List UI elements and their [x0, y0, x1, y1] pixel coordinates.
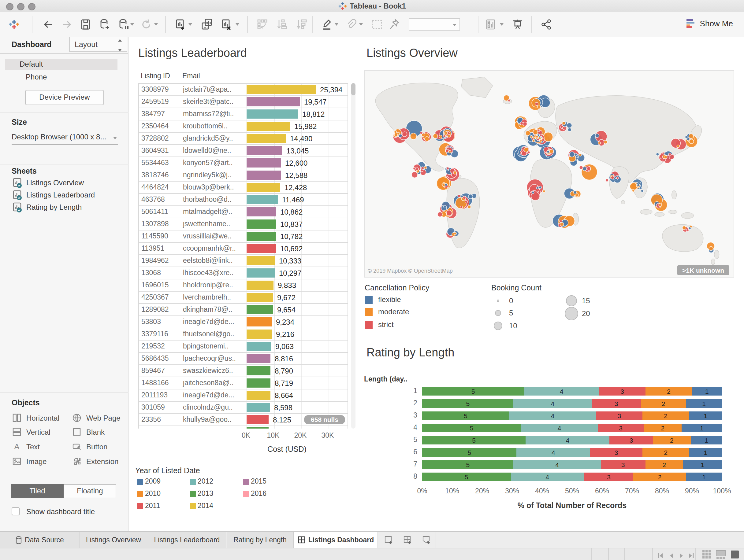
tab-rating-by-length[interactable]: Rating by Length — [227, 532, 294, 548]
table-row[interactable]: 113951ccoopmanhk@r..10,692 — [139, 243, 347, 255]
cost-bar[interactable] — [247, 219, 276, 229]
map-bubble-mark[interactable] — [468, 205, 471, 208]
cost-bar[interactable] — [247, 256, 275, 265]
map-bubble-mark[interactable] — [567, 123, 572, 128]
table-row[interactable]: 219532bpingstonemi..9,063 — [139, 341, 347, 353]
table-row[interactable]: 1488166jaitcheson8a@..8,719 — [139, 377, 347, 390]
map-bubble-mark[interactable] — [527, 151, 530, 154]
map-bubble-mark[interactable] — [530, 135, 533, 138]
rating-segment[interactable]: 4 — [521, 424, 597, 432]
table-row[interactable]: 384797mbarniss72@ti..18,812 — [139, 108, 347, 120]
map-bubble-mark[interactable] — [550, 150, 553, 153]
cost-bar[interactable] — [247, 207, 276, 216]
pin-button[interactable] — [387, 18, 401, 31]
rating-segment[interactable]: 2 — [645, 461, 683, 469]
object-item-text[interactable]: AText — [12, 441, 69, 453]
rating-segment[interactable]: 3 — [592, 399, 641, 408]
rating-segment[interactable]: 1 — [686, 473, 722, 481]
map-bubble-mark[interactable] — [520, 122, 523, 125]
rating-segment[interactable]: 3 — [597, 424, 644, 432]
cost-bar[interactable] — [247, 317, 272, 326]
previous-sheet-button[interactable] — [668, 551, 675, 560]
unknown-values-badge[interactable]: >1K unknown — [677, 265, 729, 275]
clear-sheet-caret[interactable] — [235, 23, 239, 26]
sidebar-sheet-item[interactable]: Listings Leaderboard — [0, 190, 128, 202]
map-bubble-mark[interactable] — [543, 190, 545, 193]
cost-bar[interactable] — [247, 403, 270, 412]
table-row[interactable]: 3308979jstclair7t@apa..25,394 — [139, 84, 347, 96]
map-bubble-mark[interactable] — [685, 136, 688, 138]
map-bubble-mark[interactable] — [439, 135, 442, 138]
map-bubble-mark[interactable] — [508, 99, 510, 102]
tab-data-source[interactable]: Data Source — [0, 532, 79, 548]
map-bubble-mark[interactable] — [580, 166, 583, 170]
object-item-blank[interactable]: Blank — [72, 426, 128, 438]
refresh-caret[interactable] — [154, 23, 158, 26]
map-bubble-mark[interactable] — [598, 142, 600, 144]
map-bubble-mark[interactable] — [583, 167, 587, 170]
device-default-item[interactable]: Default — [5, 59, 117, 70]
table-row[interactable]: 5686435lpachecoqr@us..8,816 — [139, 353, 347, 365]
table-row[interactable]: 859467swaszkiewicz6..8,790 — [139, 365, 347, 377]
map-bubble-mark[interactable] — [453, 171, 456, 174]
rating-segment[interactable]: 1 — [691, 436, 722, 444]
map-bubble-mark[interactable] — [416, 168, 418, 170]
map-bubble-mark[interactable] — [535, 103, 538, 106]
map-bubble-mark[interactable] — [689, 139, 694, 144]
map-bubble-mark[interactable] — [448, 150, 451, 153]
map-bubble-mark[interactable] — [421, 134, 424, 136]
map-bubble-mark[interactable] — [394, 130, 397, 133]
leaderboard-scrollbar-thumb[interactable] — [351, 83, 356, 95]
last-sheet-button[interactable] — [688, 551, 695, 560]
map-bubble-mark[interactable] — [539, 186, 542, 189]
map-bubble-mark[interactable] — [547, 150, 550, 153]
table-row[interactable]: 1696015hholdronip@re..9,833 — [139, 279, 347, 292]
clear-sheet-button[interactable] — [220, 18, 233, 31]
rating-segment[interactable]: 5 — [422, 448, 517, 457]
presentation-mode-button[interactable] — [511, 18, 524, 31]
map-bubble-mark[interactable] — [454, 232, 456, 235]
rating-segment[interactable]: 3 — [600, 461, 645, 469]
rating-segment[interactable]: 2 — [634, 473, 686, 481]
map-bubble-mark[interactable] — [560, 222, 564, 226]
map-bubble-mark[interactable] — [540, 139, 542, 142]
rating-segment[interactable]: 1 — [689, 411, 722, 420]
tableau-home-button[interactable] — [7, 18, 21, 31]
show-me-button[interactable]: Show Me — [686, 18, 733, 28]
table-row[interactable]: 1307898jswettenhame..10,837 — [139, 218, 347, 231]
nulls-indicator-badge[interactable]: 658 nulls — [304, 415, 345, 424]
rating-segment[interactable]: 3 — [590, 448, 643, 457]
map-bubble-mark[interactable] — [424, 166, 427, 169]
map-bubble-mark[interactable] — [641, 190, 643, 192]
map-bubble-mark[interactable] — [465, 200, 468, 203]
map-bubble-mark[interactable] — [663, 159, 666, 161]
rating-segment[interactable]: 2 — [642, 411, 689, 420]
cost-bar[interactable] — [247, 134, 286, 143]
cost-bar[interactable] — [247, 85, 316, 94]
map-bubble-mark[interactable] — [445, 184, 448, 186]
map-bubble-mark[interactable] — [562, 127, 565, 130]
rating-segment[interactable]: 1 — [681, 424, 722, 432]
cost-bar[interactable] — [247, 122, 290, 131]
rating-segment[interactable]: 2 — [645, 387, 692, 396]
new-story-tab[interactable] — [418, 532, 436, 548]
cost-bar[interactable] — [247, 110, 298, 119]
map-bubble-mark[interactable] — [444, 205, 446, 208]
table-row[interactable]: 3604931ldowelld0@ne..13,045 — [139, 145, 347, 157]
rating-segment[interactable]: 3 — [609, 436, 653, 444]
map-bubble-mark[interactable] — [632, 190, 634, 192]
format-paperclip-button[interactable] — [344, 18, 358, 31]
rating-segment[interactable]: 4 — [526, 436, 609, 444]
next-sheet-button[interactable] — [678, 551, 685, 560]
cost-bar[interactable] — [247, 415, 269, 424]
table-row[interactable]: 301059clincolndz@gu..8,598 — [139, 402, 347, 414]
cost-bar[interactable] — [247, 342, 271, 351]
map-bubble-mark[interactable] — [611, 176, 614, 179]
save-button[interactable] — [79, 18, 92, 31]
rating-segment[interactable]: 3 — [599, 387, 645, 396]
map-bubble-mark[interactable] — [397, 132, 400, 135]
label-button[interactable] — [370, 18, 384, 31]
tab-dashboard[interactable]: Dashboard — [12, 40, 52, 49]
rating-segment[interactable]: 5 — [422, 424, 521, 432]
highlight-caret[interactable] — [335, 23, 338, 26]
